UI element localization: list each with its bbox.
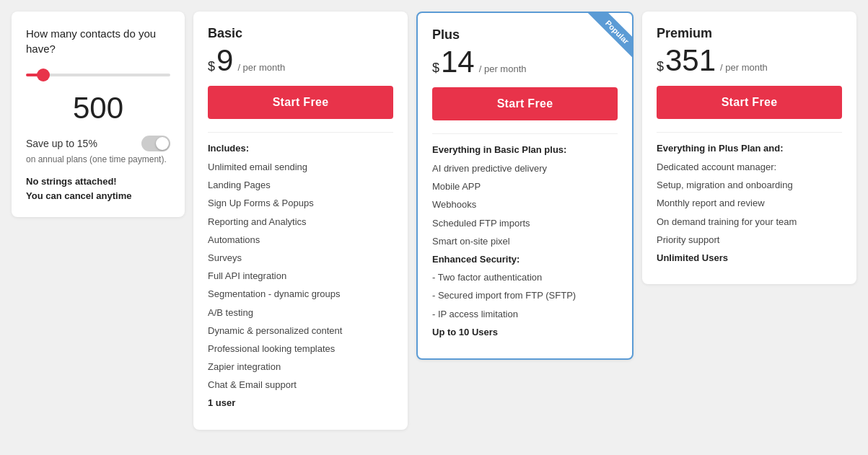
feature-item-plus-1: Mobile APP bbox=[432, 180, 618, 193]
feature-item-basic-7: Segmentation - dynamic groups bbox=[208, 288, 393, 301]
feature-item-basic-5: Surveys bbox=[208, 252, 393, 265]
feature-item-plus-7: - Secured import from FTP (SFTP) bbox=[432, 289, 618, 302]
feature-item-basic-13: 1 user bbox=[208, 397, 393, 410]
price-dollar-basic: $ bbox=[208, 59, 215, 74]
feature-item-premium-1: Setup, migration and onboarding bbox=[657, 179, 842, 192]
price-dollar-plus: $ bbox=[432, 61, 439, 76]
feature-item-premium-0: Dedicated account manager: bbox=[657, 161, 842, 174]
toggle-thumb bbox=[156, 137, 169, 150]
price-row-plus: $ 14 / per month bbox=[432, 47, 618, 77]
annual-toggle[interactable] bbox=[141, 136, 170, 151]
start-btn-plus[interactable]: Start Free bbox=[432, 87, 618, 120]
feature-item-plus-2: Webhooks bbox=[432, 198, 618, 211]
plan-name-basic: Basic bbox=[208, 26, 393, 41]
feature-item-premium-4: Priority support bbox=[657, 234, 842, 247]
divider-plus bbox=[432, 133, 618, 134]
feature-item-basic-6: Full API integration bbox=[208, 270, 393, 283]
annual-note: on annual plans (one time payment). bbox=[26, 154, 170, 164]
divider-premium bbox=[657, 132, 842, 133]
feature-item-plus-9: Up to 10 Users bbox=[432, 326, 618, 339]
price-row-premium: $ 351 / per month bbox=[657, 45, 842, 76]
feature-item-basic-8: A/B testing bbox=[208, 306, 393, 319]
feature-item-plus-8: - IP access limitation bbox=[432, 308, 618, 321]
contact-selector-panel: How many contacts do you have? 500 Save … bbox=[12, 12, 185, 217]
feature-item-plus-6: - Two factor authentication bbox=[432, 271, 618, 284]
start-btn-basic[interactable]: Start Free bbox=[208, 86, 393, 119]
contacts-slider[interactable] bbox=[26, 74, 170, 76]
start-btn-premium[interactable]: Start Free bbox=[657, 86, 842, 119]
contact-count-display: 500 bbox=[26, 91, 170, 125]
price-amount-premium: 351 bbox=[665, 45, 716, 76]
feature-item-basic-12: Chat & Email support bbox=[208, 379, 393, 392]
feature-item-basic-3: Reporting and Analytics bbox=[208, 216, 393, 229]
price-amount-basic: 9 bbox=[216, 45, 233, 76]
divider-basic bbox=[208, 132, 393, 133]
feature-item-plus-3: Scheduled FTP imports bbox=[432, 217, 618, 230]
price-row-basic: $ 9 / per month bbox=[208, 45, 393, 76]
feature-item-premium-2: Monthly report and review bbox=[657, 197, 842, 210]
features-intro-basic: Includes: bbox=[208, 143, 393, 154]
price-period-plus: / per month bbox=[479, 63, 527, 74]
feature-item-plus-5: Enhanced Security: bbox=[432, 253, 618, 266]
feature-item-basic-11: Zapier integration bbox=[208, 361, 393, 374]
plan-name-plus: Plus bbox=[432, 27, 618, 43]
plan-name-premium: Premium bbox=[657, 26, 842, 41]
price-period-basic: / per month bbox=[237, 62, 285, 73]
feature-item-premium-5: Unlimited Users bbox=[657, 252, 842, 265]
feature-item-plus-0: AI driven predictive delivery bbox=[432, 162, 618, 175]
contacts-question: How many contacts do you have? bbox=[26, 26, 170, 56]
feature-item-basic-2: Sign Up Forms & Popups bbox=[208, 197, 393, 210]
plan-card-premium: Premium $ 351 / per month Start Free Eve… bbox=[642, 12, 856, 284]
plan-card-plus: Popular Plus $ 14 / per month Start Free… bbox=[416, 12, 634, 360]
feature-item-premium-3: On demand training for your team bbox=[657, 216, 842, 229]
plan-card-basic: Basic $ 9 / per month Start Free Include… bbox=[193, 12, 408, 430]
features-intro-premium: Everything in Plus Plan and: bbox=[657, 143, 842, 154]
feature-item-plus-4: Smart on-site pixel bbox=[432, 235, 618, 248]
feature-item-basic-1: Landing Pages bbox=[208, 179, 393, 192]
price-period-premium: / per month bbox=[720, 62, 768, 73]
save-percent-label: Save up to 15% bbox=[26, 138, 97, 149]
feature-item-basic-10: Professional looking templates bbox=[208, 343, 393, 355]
pricing-page: How many contacts do you have? 500 Save … bbox=[12, 12, 856, 430]
features-intro-plus: Everything in Basic Plan plus: bbox=[432, 144, 618, 155]
no-strings-text: No strings attached! You can cancel anyt… bbox=[26, 175, 170, 203]
feature-item-basic-9: Dynamic & personalized content bbox=[208, 324, 393, 337]
price-amount-plus: 14 bbox=[441, 47, 475, 77]
feature-item-basic-0: Unlimited email sending bbox=[208, 161, 393, 174]
price-dollar-premium: $ bbox=[657, 59, 664, 74]
feature-item-basic-4: Automations bbox=[208, 234, 393, 247]
